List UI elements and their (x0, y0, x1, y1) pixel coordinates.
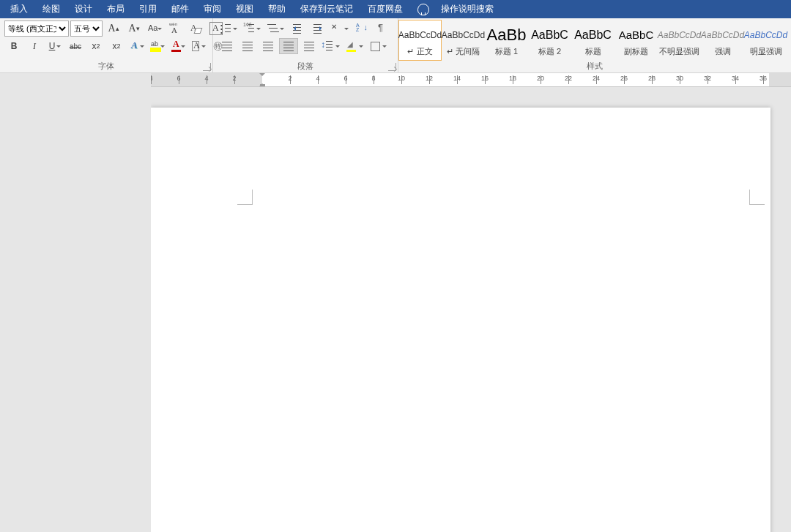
menu-insert[interactable]: 插入 (3, 0, 35, 18)
style-name: 标题 (585, 46, 601, 57)
style-swatch-4[interactable]: AaBbC标题 (571, 20, 614, 61)
ruler-tick: 6 (343, 75, 347, 82)
ruler-tick: 14 (453, 75, 461, 82)
style-name: 明显强调 (750, 46, 782, 57)
clear-formatting-button[interactable] (186, 20, 205, 37)
show-marks-button[interactable] (373, 20, 392, 37)
phonetic-guide-button[interactable] (166, 20, 185, 37)
style-preview: AaBbCcDd (745, 24, 787, 46)
menu-references[interactable]: 引用 (132, 0, 164, 18)
borders-button[interactable] (367, 38, 389, 54)
superscript-button[interactable]: x2 (107, 38, 126, 54)
ruler-tick: 30 (676, 75, 683, 82)
ruler-tick: 18 (509, 75, 516, 82)
align-justify-button[interactable] (279, 38, 298, 54)
style-preview: AaBbC (572, 24, 614, 46)
align-center-button[interactable] (238, 38, 257, 54)
align-right-button[interactable] (259, 38, 278, 54)
menu-review[interactable]: 审阅 (196, 0, 229, 18)
subscript-button[interactable]: x2 (86, 38, 105, 54)
menu-help[interactable]: 帮助 (261, 0, 293, 18)
page-1[interactable] (151, 108, 770, 532)
shrink-font-button[interactable]: A▾ (125, 20, 144, 37)
group-paragraph: ✕ 段落 (213, 18, 398, 72)
change-case-button[interactable] (145, 20, 164, 37)
line-spacing-button[interactable] (320, 38, 342, 54)
style-gallery: AaBbCcDd↵ 正文AaBbCcDd↵ 无间隔AaBb标题 1AaBbC标题… (398, 20, 791, 61)
style-preview: AaBbCcDd (442, 24, 484, 46)
menu-design[interactable]: 设计 (67, 0, 100, 18)
asian-layout-button[interactable]: ✕ (329, 20, 351, 37)
numbering-button[interactable] (241, 20, 263, 37)
style-name: 强调 (715, 46, 731, 57)
page-scroll[interactable] (151, 87, 791, 532)
style-name: 副标题 (624, 46, 648, 57)
style-preview: AaBbC (615, 24, 657, 46)
bullets-button[interactable] (218, 20, 239, 37)
style-name: 标题 2 (538, 46, 561, 57)
menu-draw[interactable]: 绘图 (35, 0, 67, 18)
multilevel-list-button[interactable] (264, 20, 286, 37)
style-swatch-6[interactable]: AaBbCcDd不明显强调 (658, 20, 701, 61)
ruler-indent-top[interactable] (259, 73, 265, 79)
strikethrough-button[interactable]: abc (66, 38, 85, 54)
ruler-tick: 10 (398, 75, 405, 82)
style-swatch-0[interactable]: AaBbCcDd↵ 正文 (398, 20, 442, 61)
ruler-tick: 8 (371, 75, 375, 82)
style-swatch-7[interactable]: AaBbCcDd强调 (701, 20, 744, 61)
font-name-combo[interactable]: 等线 (西文正文) (4, 20, 69, 37)
text-effects-button[interactable] (127, 38, 146, 54)
align-left-button[interactable] (218, 38, 237, 54)
underline-button[interactable]: U (45, 38, 64, 54)
app-root: 插入 绘图 设计 布局 引用 邮件 审阅 视图 帮助 保存到云笔记 百度网盘 操… (0, 0, 791, 532)
italic-button[interactable]: I (25, 38, 44, 54)
tell-me-search[interactable]: 操作说明搜索 (434, 0, 501, 18)
font-group-label: 字体 (0, 61, 212, 72)
style-swatch-8[interactable]: AaBbCcDd明显强调 (744, 20, 787, 61)
style-swatch-5[interactable]: AaBbC副标题 (614, 20, 658, 61)
increase-indent-button[interactable] (308, 20, 327, 37)
menu-baidu[interactable]: 百度网盘 (360, 0, 410, 18)
horizontal-ruler[interactable]: 8642246810121416182022242628303234363840 (151, 73, 791, 87)
font-group-launcher[interactable] (203, 63, 211, 71)
ribbon: 等线 (西文正文) 五号 A▴ A▾ B I U abc x2 x2 (0, 18, 791, 73)
ruler-tick: 2 (232, 75, 236, 82)
ruler-tick: 26 (620, 75, 628, 82)
paragraph-group-launcher[interactable] (388, 63, 396, 71)
menu-save-cloud[interactable]: 保存到云笔记 (293, 0, 360, 18)
bold-button[interactable]: B (4, 38, 23, 54)
ruler-indent-box[interactable] (260, 84, 265, 87)
menu-bar: 插入 绘图 设计 布局 引用 邮件 审阅 视图 帮助 保存到云笔记 百度网盘 操… (0, 0, 791, 18)
style-group-label: 样式 (398, 61, 791, 72)
ruler-tick: 12 (426, 75, 433, 82)
ruler-tick: 6 (177, 75, 180, 82)
grow-font-button[interactable]: A▴ (104, 20, 123, 37)
align-distributed-button[interactable] (300, 38, 319, 54)
shading-button[interactable] (343, 38, 365, 54)
menu-layout[interactable]: 布局 (100, 0, 132, 18)
ruler-tick: 2 (288, 75, 291, 82)
font-color-button[interactable] (168, 38, 187, 54)
style-preview: AaBbCcDd (399, 24, 441, 46)
style-name: ↵ 无间隔 (447, 46, 480, 57)
char-shading-button[interactable] (189, 38, 208, 54)
style-swatch-2[interactable]: AaBb标题 1 (485, 20, 528, 61)
style-name: ↵ 正文 (407, 46, 432, 57)
style-swatch-3[interactable]: AaBbC标题 2 (528, 20, 571, 61)
style-swatch-1[interactable]: AaBbCcDd↵ 无间隔 (442, 20, 485, 61)
ruler-tick: 34 (732, 75, 739, 82)
ruler-tick: 28 (648, 75, 656, 82)
ruler-tick: 36 (760, 75, 767, 82)
menu-mailings[interactable]: 邮件 (164, 0, 196, 18)
style-preview: AaBbCcDd (658, 24, 700, 46)
ruler-tick: 16 (481, 75, 489, 82)
menu-view[interactable]: 视图 (229, 0, 261, 18)
ruler-tick: 4 (316, 75, 319, 82)
ruler-tick: 4 (204, 75, 208, 82)
font-size-combo[interactable]: 五号 (70, 20, 103, 37)
decrease-indent-button[interactable] (288, 20, 307, 37)
sort-button[interactable] (352, 20, 371, 37)
paragraph-group-label: 段落 (213, 61, 398, 72)
highlight-button[interactable] (148, 38, 167, 54)
tell-me-icon (417, 4, 429, 15)
